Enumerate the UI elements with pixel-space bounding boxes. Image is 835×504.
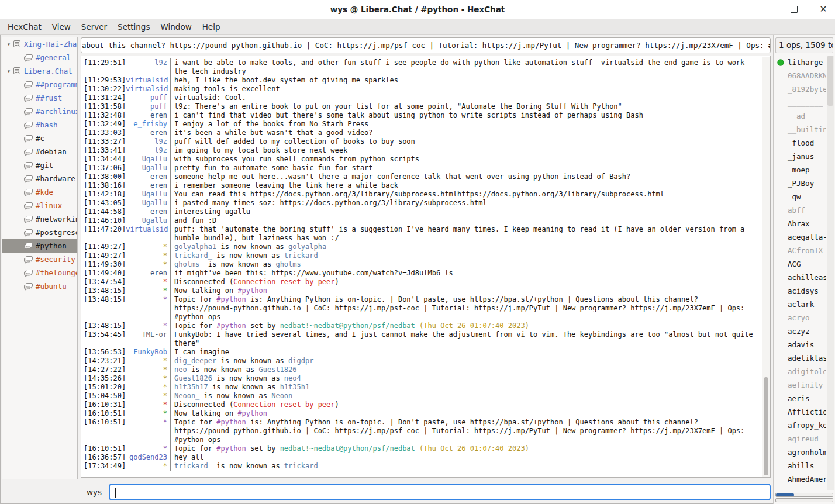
user-list-item[interactable]: aefinity <box>774 378 826 392</box>
chat-message: l9z: There's an entire book to put on yo… <box>170 102 770 111</box>
tree-network-xing-hai-zhan[interactable]: ▾Xing-Hai-Zhan <box>2 37 77 51</box>
user-list-item[interactable]: acryo <box>774 311 826 325</box>
chat-message-text: You can read this https://docs.python.or… <box>174 190 664 198</box>
chat-line: [11:43:05]Ugallui pasted many times soz:… <box>81 199 770 208</box>
tree-channel-archlinux[interactable]: #archlinux <box>2 105 77 118</box>
expander-icon[interactable]: ▾ <box>5 68 13 74</box>
user-list-item[interactable]: _8192byte <box>774 82 826 96</box>
chat-message: i pasted many times soz: https://docs.py… <box>170 199 770 208</box>
tree-channel-hardware[interactable]: #hardware <box>2 172 77 185</box>
user-list-item[interactable]: agronholm <box>774 446 826 459</box>
minimize-button[interactable] <box>758 2 772 16</box>
chat-message: i can't find that video but there's some… <box>170 111 770 120</box>
tree-channel-c[interactable]: #c <box>2 132 77 145</box>
chat-timestamp: [11:37:06] <box>84 164 126 172</box>
message-input[interactable] <box>109 484 771 500</box>
user-panel: 1 ops, 1509 tot litharge068AADRKN_8192by… <box>773 35 835 504</box>
user-list-item[interactable]: aeris <box>774 392 826 405</box>
chat-message: Now talking on #python <box>170 286 770 295</box>
chat-scrollbar-thumb[interactable] <box>764 377 768 475</box>
chat-nick: Ugallu <box>142 155 167 164</box>
user-list-item[interactable]: AhmedAmer <box>774 472 826 486</box>
tree-channel-programming[interactable]: ##programming <box>2 78 77 91</box>
close-button[interactable]: ✕ <box>816 2 830 16</box>
chat-timestamp: [13:48:15] <box>84 322 126 330</box>
user-list-item[interactable]: ACfromTX <box>774 244 826 257</box>
chat-line: [11:33:27]l9zpuff will def added to my c… <box>81 137 770 146</box>
user-list-item[interactable]: adeliktas <box>774 351 826 365</box>
user-list-item[interactable]: 068AADRKN <box>774 69 826 82</box>
menu-item-settings[interactable]: Settings <box>112 20 155 34</box>
menu-item-server[interactable]: Server <box>76 20 112 34</box>
user-list-item[interactable]: afropy_ke <box>774 419 826 432</box>
user-list-item[interactable]: _qw_ <box>774 190 826 203</box>
user-list-item[interactable]: ________ <box>774 96 826 109</box>
chat-nick: eren <box>150 269 167 278</box>
tree-channel-postgresql[interactable]: #postgresql <box>2 226 77 239</box>
user-list-item[interactable]: achilleas <box>774 271 826 284</box>
menu-item-help[interactable]: Help <box>197 20 226 34</box>
channel-icon <box>23 256 33 264</box>
user-list-item[interactable]: Abrax <box>774 217 826 230</box>
chat-message-text: it might've been this: https://www.youtu… <box>174 269 453 277</box>
user-list-item[interactable]: abff <box>774 203 826 217</box>
chat-timestamp: [11:34:44] <box>84 155 126 164</box>
tree-channel-ubuntu[interactable]: #ubuntu <box>2 279 77 293</box>
user-list-item[interactable]: adavis <box>774 338 826 351</box>
tree-channel-kde[interactable]: #kde <box>2 185 77 199</box>
topic-bar[interactable]: about this channel? https://pound-python… <box>81 37 771 53</box>
user-list-item[interactable]: litharge <box>774 56 826 69</box>
user-list-item[interactable]: Afflictio <box>774 405 826 419</box>
user-list-item[interactable]: acidsys <box>774 284 826 298</box>
channel-icon <box>23 229 33 237</box>
user-list-item[interactable]: adigitole <box>774 365 826 378</box>
user-list-item[interactable]: _PJBoy <box>774 177 826 190</box>
user-list-item[interactable]: _flood <box>774 136 826 150</box>
user-list-item[interactable]: aczyz <box>774 325 826 338</box>
tree-channel-python[interactable]: #python <box>2 239 77 253</box>
tree-network-libera.chat[interactable]: ▾Libera.Chat <box>2 64 77 78</box>
chat-message-chan-segment: #python <box>216 295 246 303</box>
expander-icon[interactable]: ▾ <box>5 41 13 47</box>
chat-nick: * <box>163 462 167 471</box>
user-list-item[interactable]: ACG <box>774 257 826 271</box>
user-list-item[interactable]: __builtin <box>774 123 826 136</box>
chat-message-text: set by <box>246 322 280 330</box>
chat-message-text: Topic for <box>174 418 216 426</box>
user-list-item[interactable]: aclark <box>774 298 826 311</box>
user-list-item[interactable]: agireud <box>774 432 826 446</box>
chat-scrollbar[interactable] <box>762 57 770 477</box>
tree-channel-general[interactable]: #general <box>2 51 77 64</box>
user-list-item[interactable]: acegalla- <box>774 230 826 244</box>
tree-channel-linux[interactable]: #linux <box>2 199 77 212</box>
tree-channel-debian[interactable]: #debian <box>2 145 77 158</box>
tree-channel-git[interactable]: #git <box>2 158 77 172</box>
tree-channel-security[interactable]: #security <box>2 253 77 266</box>
user-list-item[interactable]: ahills <box>774 459 826 472</box>
maximize-button[interactable] <box>787 2 801 16</box>
chat-message: puff: that 'automate the boring stuff' i… <box>170 225 770 243</box>
userlist-scrollbar-thumb[interactable] <box>827 56 833 106</box>
chat-nick: eren <box>150 181 167 190</box>
user-list-item[interactable]: __ad <box>774 109 826 123</box>
menu-item-hexchat[interactable]: HexChat <box>2 20 47 34</box>
user-list-item[interactable]: _moep_ <box>774 163 826 177</box>
chat-nick: * <box>163 401 167 409</box>
user-list-item[interactable]: _janus <box>774 150 826 163</box>
chat-message: puff will def added to my collection of … <box>170 137 770 146</box>
chat-nick: * <box>163 278 167 286</box>
tree-channel-networking[interactable]: #networking <box>2 212 77 226</box>
tree-channel-rust[interactable]: ##rust <box>2 91 77 105</box>
menu-item-window[interactable]: Window <box>155 20 196 34</box>
user-nick: litharge <box>788 58 823 67</box>
own-nick-label[interactable]: wys <box>87 488 102 497</box>
chat-timestamp: [15:04:50] <box>84 392 126 401</box>
userlist-scrollbar[interactable] <box>827 56 834 490</box>
menu-item-view[interactable]: View <box>47 20 76 34</box>
chat-line: [11:29:53]virtualsidheh, I like the boot… <box>81 76 770 85</box>
chat-nick: virtualsid <box>126 85 168 94</box>
user-nick: afropy_ke <box>788 421 826 430</box>
tree-channel-thelounge[interactable]: #thelounge <box>2 266 77 279</box>
chat-timestamp: [11:38:16] <box>84 181 126 190</box>
tree-channel-bash[interactable]: #bash <box>2 118 77 132</box>
